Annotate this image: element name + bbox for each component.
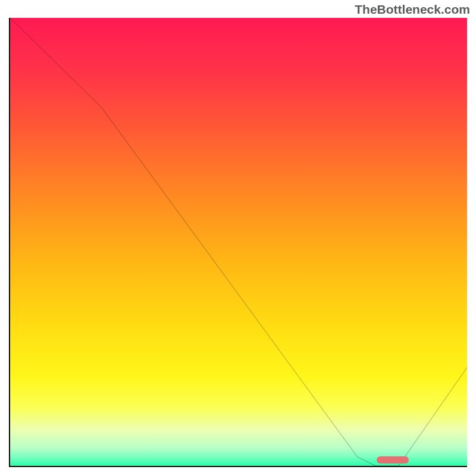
watermark-text: TheBottleneck.com <box>355 2 470 17</box>
plot-area <box>9 18 467 467</box>
bottleneck-curve <box>10 18 467 466</box>
optimal-marker <box>377 456 409 464</box>
